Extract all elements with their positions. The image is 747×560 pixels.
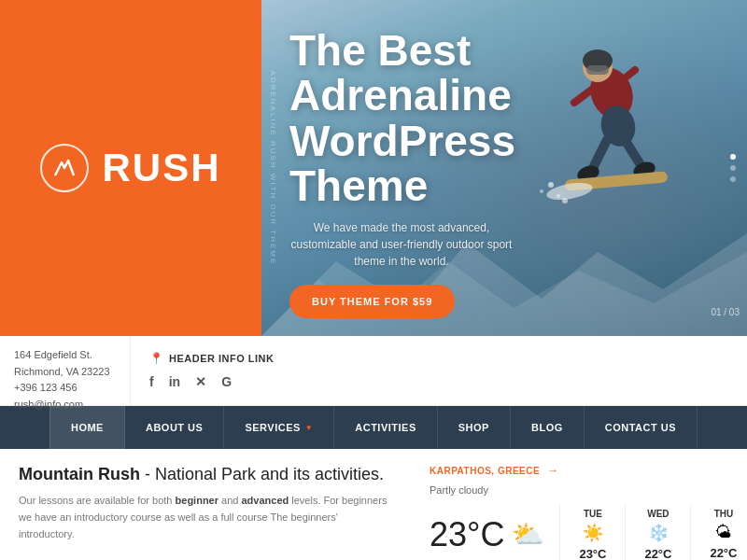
section-description: Our lessons are available for both begin… xyxy=(19,493,392,542)
nav-item-about[interactable]: ABOUT US xyxy=(125,406,224,449)
thu-weather-icon: 🌤 xyxy=(715,523,732,542)
logo-inner: RUSH xyxy=(40,144,220,192)
info-link-row: 📍 HEADER INFO LINK xyxy=(149,352,728,365)
svg-line-10 xyxy=(624,138,640,163)
services-dropdown-arrow: ▼ xyxy=(305,424,313,432)
slide-dot-2[interactable] xyxy=(730,165,736,171)
bold-beginner: beginner xyxy=(176,495,218,506)
snowboarder-illustration xyxy=(514,19,700,280)
twitter-icon[interactable]: ✕ xyxy=(195,374,206,389)
nav-item-services[interactable]: SERVICES ▼ xyxy=(224,406,334,449)
location-pin-icon: 📍 xyxy=(149,352,163,365)
weather-widget: KARPATHOS, GREECE → Partly cloudy 23°C ⛅… xyxy=(430,464,728,545)
svg-rect-5 xyxy=(586,65,609,75)
info-bar: 164 Edgefield St. Richmond, VA 23223 +39… xyxy=(0,336,747,406)
navbar: HOME ABOUT US SERVICES ▼ ACTIVITIES SHOP… xyxy=(0,406,747,449)
vertical-tagline: ADRENALINE RUSH WITH OUR THEME xyxy=(269,71,277,266)
slide-counter: 01 / 03 xyxy=(711,307,740,317)
nav-item-blog[interactable]: BLOG xyxy=(511,406,585,449)
section-title-rest: - National Park and its activities. xyxy=(140,465,384,483)
logo-text: RUSH xyxy=(102,146,220,190)
tue-weather-icon: ☀️ xyxy=(583,523,603,543)
weather-sun-cloud-icon: ⛅ xyxy=(512,519,544,550)
header-info-link[interactable]: HEADER INFO LINK xyxy=(169,353,275,364)
svg-point-15 xyxy=(548,182,554,188)
weather-location: KARPATHOS, GREECE xyxy=(430,466,540,476)
section-title-bold: Mountain Rush xyxy=(19,465,140,483)
slide-indicators xyxy=(730,154,736,182)
svg-point-17 xyxy=(540,189,543,193)
hero-subtitle: We have made the most advanced, customiz… xyxy=(289,219,514,270)
phone: +396 123 456 xyxy=(14,380,116,397)
hero-text-overlay: The Best Adrenaline WordPress Theme We h… xyxy=(289,28,515,318)
google-icon[interactable]: G xyxy=(221,374,232,389)
social-icons: f in ✕ G xyxy=(149,374,728,389)
nav-item-contact[interactable]: CONTACT US xyxy=(585,406,698,449)
svg-line-7 xyxy=(574,89,593,103)
weather-status: Partly cloudy xyxy=(430,484,728,496)
slide-dot-3[interactable] xyxy=(730,176,736,182)
svg-point-16 xyxy=(557,194,560,198)
bottom-section: Mountain Rush - National Park and its ac… xyxy=(0,449,747,560)
bottom-left: Mountain Rush - National Park and its ac… xyxy=(19,464,411,545)
bold-advanced: advanced xyxy=(241,495,289,506)
weather-header: KARPATHOS, GREECE → xyxy=(430,464,728,477)
weather-day-wed: WED ❄️ 22°C xyxy=(625,505,690,560)
weather-arrow-icon: → xyxy=(547,464,558,477)
logo-panel: RUSH xyxy=(0,0,261,336)
slide-dot-1[interactable] xyxy=(730,154,736,160)
hero-title: The Best Adrenaline WordPress Theme xyxy=(289,28,515,208)
facebook-icon[interactable]: f xyxy=(149,374,154,389)
weather-day-tue: TUE ☀️ 23°C xyxy=(559,505,625,560)
weather-forecast: TUE ☀️ 23°C WED ❄️ 22°C THU 🌤 22°C xyxy=(559,505,747,560)
address-line2: Richmond, VA 23223 xyxy=(14,364,116,381)
nav-item-shop[interactable]: SHOP xyxy=(438,406,511,449)
linkedin-icon[interactable]: in xyxy=(169,374,180,389)
hero-panel: The Best Adrenaline WordPress Theme We h… xyxy=(261,0,747,336)
section-title: Mountain Rush - National Park and its ac… xyxy=(19,464,392,485)
nav-item-activities[interactable]: ACTIVITIES xyxy=(334,406,438,449)
logo-icon xyxy=(40,144,89,192)
address-line1: 164 Edgefield St. xyxy=(14,347,116,364)
svg-point-18 xyxy=(562,198,568,203)
wed-weather-icon: ❄️ xyxy=(648,523,669,543)
buy-theme-button[interactable]: BUY THEME FOR $59 xyxy=(289,285,455,318)
weather-day-thu: THU 🌤 22°C xyxy=(690,505,747,560)
address-block: 164 Edgefield St. Richmond, VA 23223 +39… xyxy=(0,336,131,405)
current-temperature: 23°C xyxy=(430,518,504,552)
info-link-section: 📍 HEADER INFO LINK f in ✕ G xyxy=(131,336,747,405)
nav-item-home[interactable]: HOME xyxy=(49,406,125,449)
svg-line-9 xyxy=(593,140,607,168)
top-section: RUSH xyxy=(0,0,747,336)
